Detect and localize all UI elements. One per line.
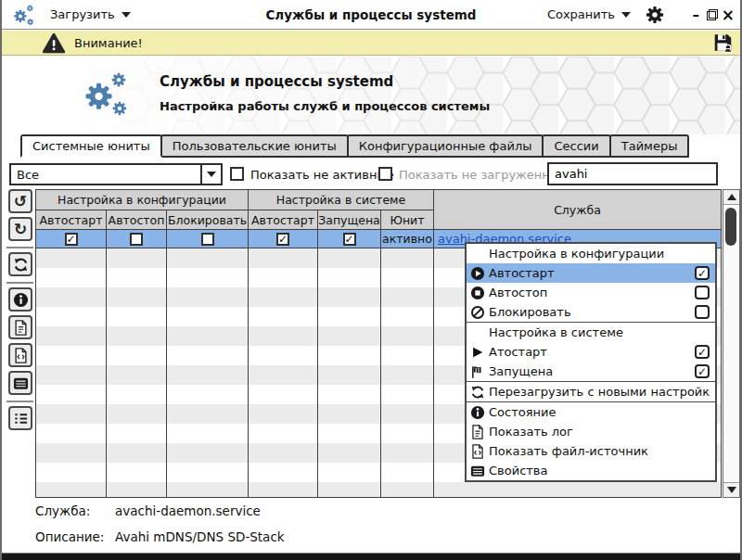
reload-icon: ↻ [14, 220, 27, 238]
title-bar: Загрузить Службы и процессы systemd Сохр… [2, 0, 740, 30]
tab-timers[interactable]: Таймеры [609, 134, 690, 158]
menu-checkbox[interactable]: ✓ [695, 364, 710, 378]
console-icon [469, 463, 485, 478]
show-log-button[interactable] [8, 315, 32, 339]
history-button[interactable]: ↺ [8, 189, 32, 213]
block-icon [469, 304, 485, 320]
column-divider [106, 248, 107, 497]
header-banner: Службы и процессы systemd Настройка рабо… [2, 57, 740, 134]
settings-gear-icon[interactable] [646, 6, 664, 24]
warning-bar: Внимание! [2, 31, 740, 56]
chevron-down-icon [207, 172, 216, 177]
toolbar-separator [6, 401, 33, 402]
menu-item-autostart-system[interactable]: Атостарт ✓ [467, 342, 715, 362]
banner-gears-logo-icon [80, 68, 132, 121]
banner-title: Службы и процессы systemd [160, 73, 393, 90]
save-file-icon[interactable] [712, 32, 734, 54]
tab-system-units[interactable]: Системные юниты [20, 134, 162, 158]
menu-item-reload-settings[interactable]: Перезагрузить с новыми настройками [467, 382, 715, 401]
document-icon [469, 424, 485, 439]
banner-subtitle: Настройка работы служб и процессов систе… [160, 99, 490, 113]
tab-config-files[interactable]: Конфигурационные файлы [347, 134, 544, 158]
running-checkbox[interactable]: ✓ [343, 233, 356, 246]
load-menu-label: Загрузить [50, 7, 115, 21]
window-bottom-edge [2, 553, 740, 560]
flag-icon [469, 363, 485, 379]
column-header-autostart-config: Автостарт [36, 210, 107, 230]
document-code-icon [13, 348, 29, 363]
tab-sessions[interactable]: Сессии [542, 134, 610, 158]
column-divider [433, 248, 434, 497]
menu-checkbox[interactable]: ✓ [695, 345, 710, 359]
service-detail-value: avachi-daemon.service [115, 503, 261, 518]
scroll-up-button[interactable] [723, 190, 739, 205]
arrow-up-icon [727, 194, 736, 200]
dropdown-value: Все [11, 168, 200, 182]
chevron-down-icon [621, 12, 631, 18]
console-button[interactable] [8, 371, 32, 395]
unit-filter-dropdown[interactable]: Все [9, 163, 223, 185]
menu-item-show-log[interactable]: Показать лог [467, 422, 715, 441]
column-header-unit: Юнит [381, 210, 434, 230]
show-unloaded-label[interactable]: Показать не загруженные [399, 163, 567, 185]
menu-item-show-source[interactable]: Показать файл-источник [467, 441, 715, 461]
menu-item-status[interactable]: Состояние [467, 402, 715, 422]
stop-circle-icon [469, 285, 485, 300]
tab-user-units[interactable]: Пользовательские юниты [160, 134, 349, 158]
block-checkbox[interactable] [201, 233, 214, 246]
menu-item-block[interactable]: Блокировать [467, 302, 715, 322]
show-inactive-checkbox[interactable] [230, 167, 244, 181]
vertical-scrollbar[interactable] [723, 189, 740, 498]
close-button[interactable]: × [722, 0, 735, 29]
search-box [547, 162, 718, 185]
refresh-icon [13, 257, 29, 273]
service-detail-label: Служба: [35, 503, 90, 518]
console-icon [13, 375, 29, 391]
column-header-autostart-system: Автостарт [249, 210, 318, 230]
save-menu-label: Сохранить [547, 7, 615, 21]
arrow-down-icon [727, 487, 736, 493]
menu-item-autostop[interactable]: Автостоп [467, 283, 715, 302]
status-button[interactable] [8, 287, 32, 312]
properties-button[interactable] [8, 406, 32, 430]
load-menu-button[interactable]: Загрузить [50, 0, 131, 29]
column-header-service: Служба [434, 190, 722, 230]
autostart-system-checkbox[interactable]: ✓ [276, 233, 289, 246]
column-divider [166, 248, 167, 497]
column-divider [248, 248, 249, 497]
menu-checkbox[interactable] [695, 286, 710, 299]
scroll-down-button[interactable] [723, 482, 739, 497]
menu-checkbox[interactable] [695, 305, 710, 319]
description-detail-value: Avahi mDNS/DNS SD-Stack [115, 529, 285, 544]
reload-button[interactable]: ↻ [8, 217, 32, 241]
description-detail-label: Описание: [35, 529, 104, 544]
autostop-checkbox[interactable] [130, 233, 143, 246]
tab-bar: Системные юниты Пользовательские юниты К… [20, 134, 689, 158]
menu-checkbox[interactable]: ✓ [695, 266, 710, 280]
app-window: Загрузить Службы и процессы systemd Сохр… [0, 0, 742, 560]
save-menu-button[interactable]: Сохранить [547, 0, 631, 29]
app-gears-icon [11, 3, 36, 28]
search-input[interactable] [549, 164, 716, 184]
scrollbar-thumb[interactable] [725, 208, 736, 246]
show-unloaded-checkbox[interactable] [378, 167, 392, 181]
show-inactive-label[interactable]: Показать не активные [250, 163, 394, 185]
toolbar-separator [6, 247, 33, 248]
minimize-button[interactable]: – [693, 0, 700, 29]
chevron-down-icon [122, 12, 131, 18]
show-source-button[interactable] [8, 343, 32, 367]
maximize-button[interactable] [707, 0, 718, 29]
info-icon [13, 292, 29, 308]
column-divider [380, 248, 381, 497]
menu-item-autostart-config[interactable]: Автостарт ✓ [467, 263, 715, 283]
column-header-block: Блокировать [167, 210, 249, 230]
dropdown-arrow-button[interactable] [200, 165, 221, 184]
group-header-config: Настройка в конфигурации [36, 190, 249, 210]
menu-item-properties[interactable]: Свойства [467, 461, 715, 480]
menu-section-header: Настройка в системе [467, 323, 715, 342]
units-table: Настройка в конфигурации Настройка в сис… [35, 189, 722, 248]
bullet-list-icon [13, 411, 29, 426]
refresh-button[interactable] [8, 252, 32, 276]
autostart-config-checkbox[interactable]: ✓ [65, 233, 78, 246]
menu-item-running[interactable]: Запущена ✓ [467, 362, 715, 381]
